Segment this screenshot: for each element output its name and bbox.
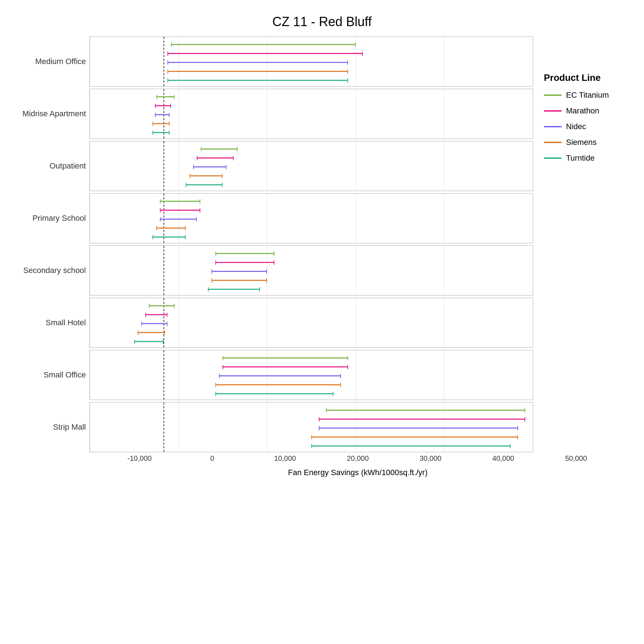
error-bar (171, 44, 356, 45)
x-tick-label: 0 (210, 454, 214, 463)
zero-line (164, 246, 164, 295)
panel-row: Primary School (18, 193, 533, 243)
panel-label: Midrise Apartment (18, 89, 89, 139)
error-bar (156, 96, 175, 97)
x-tick-label: 40,000 (492, 454, 514, 463)
x-axis-area: -10,000010,00020,00030,00040,00050,000Fa… (140, 454, 576, 477)
error-bar (152, 132, 169, 133)
zero-line (164, 350, 164, 400)
legend-color-swatch (544, 126, 562, 127)
legend-color-swatch (544, 157, 562, 159)
error-bar (155, 114, 170, 115)
error-bar (190, 175, 223, 176)
panel-box (89, 350, 533, 400)
x-tick-label: 50,000 (565, 454, 587, 463)
error-bar (193, 166, 226, 167)
legend-item-label: Siemens (566, 138, 597, 147)
legend-item: EC Titanium (544, 91, 609, 100)
error-bar (167, 80, 348, 81)
legend-title: Product Line (544, 72, 601, 83)
panel-row: Secondary school (18, 245, 533, 296)
panel-label: Medium Office (18, 36, 89, 87)
panel-box (89, 298, 533, 348)
error-bar (311, 436, 518, 438)
error-bar (201, 148, 238, 150)
error-bar (134, 341, 164, 342)
x-axis-label: Fan Energy Savings (kWh/1000sq.ft./yr) (140, 468, 576, 477)
error-bar (145, 314, 167, 315)
error-bar (138, 332, 165, 333)
legend-item: Siemens (544, 138, 597, 147)
error-bar (215, 384, 341, 385)
panel-label: Small Office (18, 350, 89, 400)
zero-line (164, 37, 164, 86)
error-bar (197, 157, 234, 158)
panel-label: Outpatient (18, 141, 89, 191)
error-bar (155, 105, 171, 106)
error-bar (160, 201, 200, 202)
error-bar (156, 228, 186, 229)
error-bar (319, 419, 526, 420)
error-bar (215, 262, 274, 263)
panel-row: Small Hotel (18, 298, 533, 348)
error-bar (215, 393, 333, 394)
error-bar (186, 184, 223, 185)
zero-line (164, 402, 164, 452)
error-bar (152, 123, 169, 124)
panel-box (89, 89, 533, 139)
error-bar (141, 323, 167, 324)
panel-label: Primary School (18, 193, 89, 243)
legend-item-label: EC Titanium (566, 91, 609, 100)
error-bar (208, 289, 259, 290)
legend-item-label: Nidec (566, 122, 586, 131)
error-bar (319, 428, 518, 429)
legend-item: Marathon (544, 106, 599, 116)
error-bar (149, 305, 175, 306)
x-tick-label: 20,000 (347, 454, 369, 463)
error-bar (152, 236, 186, 238)
legend-item: Nidec (544, 122, 586, 131)
legend-item-label: Marathon (566, 106, 599, 116)
error-bar (160, 219, 197, 220)
panel-row: Strip Mall (18, 402, 533, 452)
legend-color-swatch (544, 142, 562, 143)
panel-row: Midrise Apartment (18, 89, 533, 139)
error-bar (223, 357, 348, 358)
error-bar (160, 210, 200, 211)
zero-line (164, 141, 164, 191)
error-bar (167, 62, 348, 63)
panel-box (89, 245, 533, 296)
error-bar (211, 271, 267, 272)
panel-label: Secondary school (18, 245, 89, 296)
chart-container: Medium OfficeMidrise ApartmentOutpatient… (18, 36, 626, 454)
x-tick-label: -10,000 (127, 454, 152, 463)
panel-label: Strip Mall (18, 402, 89, 452)
error-bar (211, 280, 267, 281)
error-bar (167, 53, 363, 54)
legend-area: Product Line EC TitaniumMarathonNidecSie… (533, 36, 626, 454)
panel-box (89, 193, 533, 243)
panel-row: Small Office (18, 350, 533, 400)
panel-box (89, 141, 533, 191)
error-bar (311, 445, 511, 447)
error-bar (223, 366, 348, 367)
error-bar (326, 410, 525, 411)
x-tick-label: 10,000 (274, 454, 296, 463)
legend-color-swatch (544, 110, 562, 112)
error-bar (215, 253, 274, 254)
legend-item-label: Turntide (566, 153, 595, 163)
panel-box (89, 36, 533, 87)
x-tick-label: 30,000 (420, 454, 441, 463)
error-bar (167, 71, 348, 72)
legend-item: Turntide (544, 153, 595, 163)
panels-area: Medium OfficeMidrise ApartmentOutpatient… (18, 36, 533, 454)
chart-title: CZ 11 - Red Bluff (272, 14, 371, 29)
panel-row: Medium Office (18, 36, 533, 87)
panel-box (89, 402, 533, 452)
legend-color-swatch (544, 94, 562, 96)
error-bar (219, 375, 341, 376)
panel-row: Outpatient (18, 141, 533, 191)
panel-label: Small Hotel (18, 298, 89, 348)
